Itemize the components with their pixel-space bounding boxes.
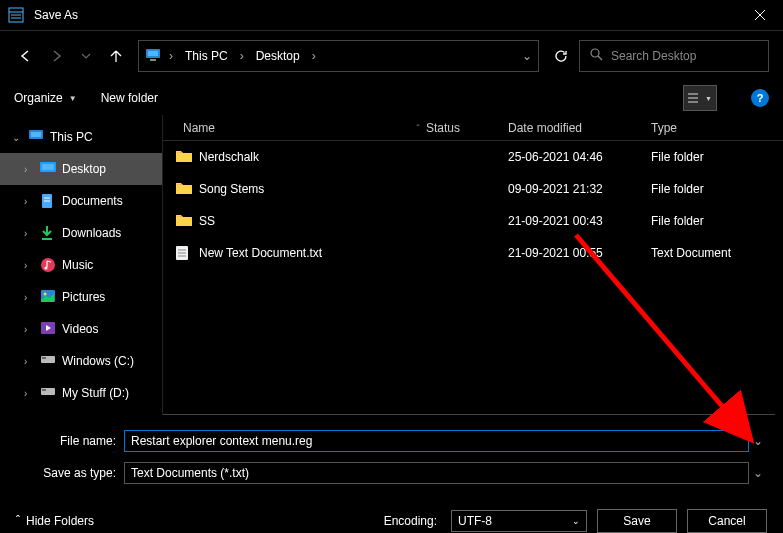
view-options-button[interactable]: ▼ xyxy=(683,85,717,111)
hide-folders-button[interactable]: ˆ Hide Folders xyxy=(16,514,94,528)
sidebar-item-pictures[interactable]: › Pictures xyxy=(0,281,162,313)
file-row[interactable]: Nerdschalk25-06-2021 04:46File folder xyxy=(163,141,775,173)
svg-rect-7 xyxy=(148,51,158,56)
svg-line-10 xyxy=(598,56,602,60)
sidebar-label: Pictures xyxy=(62,290,105,304)
chevron-right-icon: › xyxy=(167,49,175,63)
file-name: New Text Document.txt xyxy=(199,246,322,260)
sidebar-item-thispc[interactable]: ⌄ This PC xyxy=(0,121,162,153)
encoding-select[interactable]: UTF-8 ⌄ xyxy=(451,510,587,532)
file-rows: Nerdschalk25-06-2021 04:46File folderSon… xyxy=(163,141,775,415)
caret-down-icon: ▼ xyxy=(705,95,712,102)
address-dropdown[interactable]: ⌄ xyxy=(522,49,532,63)
breadcrumb-thispc[interactable]: This PC xyxy=(181,49,232,63)
file-type: File folder xyxy=(651,182,771,196)
chevron-right-icon: › xyxy=(24,292,34,303)
navbar: › This PC › Desktop › ⌄ Search Desktop xyxy=(0,31,783,81)
close-button[interactable] xyxy=(737,0,783,31)
chevron-right-icon: › xyxy=(24,228,34,239)
hide-folders-label: Hide Folders xyxy=(26,514,94,528)
filename-label: File name: xyxy=(16,434,124,448)
filename-input[interactable] xyxy=(124,430,749,452)
file-row[interactable]: New Text Document.txt21-09-2021 00:55Tex… xyxy=(163,237,775,269)
organize-label: Organize xyxy=(14,91,63,105)
svg-point-9 xyxy=(591,49,599,57)
file-name: Nerdschalk xyxy=(199,150,259,164)
back-button[interactable] xyxy=(14,44,38,68)
sidebar: ⌄ This PC › Desktop › Documents › Downlo… xyxy=(0,115,162,415)
col-status[interactable]: Status xyxy=(426,121,508,135)
refresh-button[interactable] xyxy=(549,44,573,68)
folder-icon xyxy=(175,213,191,229)
sidebar-item-desktop[interactable]: › Desktop xyxy=(0,153,162,185)
search-icon xyxy=(590,48,603,64)
chevron-right-icon: › xyxy=(24,324,34,335)
toolbar: Organize ▼ New folder ▼ ? xyxy=(0,81,783,115)
file-date: 21-09-2021 00:43 xyxy=(508,214,651,228)
search-box[interactable]: Search Desktop xyxy=(579,40,769,72)
sidebar-item-windowsc[interactable]: › Windows (C:) xyxy=(0,345,162,377)
up-button[interactable] xyxy=(104,44,128,68)
caret-down-icon: ▼ xyxy=(69,94,77,103)
svg-point-23 xyxy=(45,267,48,270)
organize-menu[interactable]: Organize ▼ xyxy=(14,91,77,105)
caret-down-icon: ⌄ xyxy=(572,516,580,526)
file-date: 09-09-2021 21:32 xyxy=(508,182,651,196)
file-date: 25-06-2021 04:46 xyxy=(508,150,651,164)
search-placeholder: Search Desktop xyxy=(611,49,696,63)
drive-icon xyxy=(40,385,56,401)
pc-icon xyxy=(145,48,161,64)
recent-dropdown[interactable] xyxy=(74,44,98,68)
newfolder-label: New folder xyxy=(101,91,158,105)
encoding-label: Encoding: xyxy=(384,514,437,528)
pictures-icon xyxy=(40,289,56,305)
sidebar-label: My Stuff (D:) xyxy=(62,386,129,400)
saveastype-select[interactable]: Text Documents (*.txt) xyxy=(124,462,749,484)
address-bar[interactable]: › This PC › Desktop › ⌄ xyxy=(138,40,539,72)
chevron-right-icon: › xyxy=(24,196,34,207)
sidebar-label: Windows (C:) xyxy=(62,354,134,368)
sidebar-label: Documents xyxy=(62,194,123,208)
help-button[interactable]: ? xyxy=(751,89,769,107)
chevron-right-icon: › xyxy=(310,49,318,63)
folder-icon xyxy=(175,181,191,197)
file-row[interactable]: Song Stems09-09-2021 21:32File folder xyxy=(163,173,775,205)
col-name[interactable]: Name xyxy=(163,121,410,135)
svg-rect-28 xyxy=(42,357,46,359)
cancel-button[interactable]: Cancel xyxy=(687,509,767,533)
svg-rect-8 xyxy=(150,59,156,61)
svg-point-22 xyxy=(41,258,55,272)
svg-rect-15 xyxy=(31,132,41,137)
sidebar-item-mystuff[interactable]: › My Stuff (D:) xyxy=(0,377,162,409)
content-area: ⌄ This PC › Desktop › Documents › Downlo… xyxy=(0,115,783,415)
breadcrumb-desktop[interactable]: Desktop xyxy=(252,49,304,63)
save-form: File name: ⌄ Save as type: Text Document… xyxy=(0,415,783,487)
filename-dropdown[interactable]: ⌄ xyxy=(749,434,767,448)
folder-icon xyxy=(175,149,191,165)
file-name: Song Stems xyxy=(199,182,264,196)
titlebar: Save As xyxy=(0,0,783,31)
col-type[interactable]: Type xyxy=(651,121,771,135)
documents-icon xyxy=(40,193,56,209)
save-button[interactable]: Save xyxy=(597,509,677,533)
sidebar-label: Downloads xyxy=(62,226,121,240)
chevron-right-icon: › xyxy=(24,260,34,271)
sidebar-item-videos[interactable]: › Videos xyxy=(0,313,162,345)
svg-rect-30 xyxy=(42,389,46,391)
sidebar-item-documents[interactable]: › Documents xyxy=(0,185,162,217)
new-folder-button[interactable]: New folder xyxy=(101,91,158,105)
file-date: 21-09-2021 00:55 xyxy=(508,246,651,260)
music-icon xyxy=(40,257,56,273)
sidebar-item-music[interactable]: › Music xyxy=(0,249,162,281)
chevron-right-icon: › xyxy=(24,388,34,399)
forward-button[interactable] xyxy=(44,44,68,68)
col-date[interactable]: Date modified xyxy=(508,121,651,135)
saveastype-dropdown[interactable]: ⌄ xyxy=(749,466,767,480)
file-row[interactable]: SS21-09-2021 00:43File folder xyxy=(163,205,775,237)
app-icon xyxy=(8,7,24,23)
saveastype-label: Save as type: xyxy=(16,466,124,480)
sidebar-item-downloads[interactable]: › Downloads xyxy=(0,217,162,249)
saveastype-value: Text Documents (*.txt) xyxy=(131,466,249,480)
chevron-right-icon: › xyxy=(24,356,34,367)
sidebar-label: Music xyxy=(62,258,93,272)
